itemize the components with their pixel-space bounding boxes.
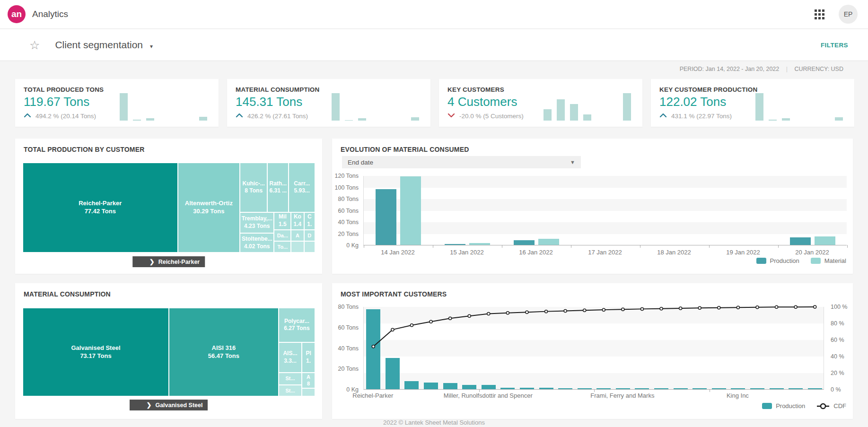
panel-title: MOST IMPORTANT CUSTOMERS [332,283,853,298]
chevron-down-icon: ▾ [150,43,153,50]
treemap-cell[interactable]: Kuhic-...8 Tons [240,163,267,212]
treemap-breadcrumb-tag[interactable]: ❯ Galvanised Steel [130,400,208,410]
treemap-cell[interactable] [302,388,315,396]
evolution-bar[interactable] [376,189,396,245]
kpi-delta-text: 494.2 % (20.14 Tons) [35,113,96,120]
evolution-bar[interactable] [400,176,421,245]
period-value: Jan 14, 2022 - Jan 20, 2022 [706,66,780,72]
copyright-footer: 2022 © Lantek Sheet Metal Solutions [0,419,868,426]
legend-item-material[interactable]: Material [811,257,846,264]
period-currency-bar: PERIOD: Jan 14, 2022 - Jan 20, 2022 | CU… [680,66,843,72]
x-tick-label: 18 Jan 2022 [657,249,691,256]
treemap-cell[interactable]: Tremblay,...4.23 Tons [240,212,274,234]
evolution-bar[interactable] [514,240,535,245]
treemap-cell[interactable]: Galvanised Steel73.17 Tons [23,308,169,396]
treemap-cell[interactable]: A [291,230,304,242]
app-title: Analytics [32,9,68,19]
tag-label: Galvanised Steel [155,402,202,409]
pareto-x-axis: Reichel-ParkerMiller, Runolfsdottir and … [363,392,824,401]
app-logo[interactable]: an [8,5,26,23]
y-tick-label: 80 Tons [338,304,359,310]
kpi-sparkline [332,92,419,121]
treemap-cell[interactable]: Rath...6.31 ... [267,163,289,212]
filters-button[interactable]: FILTERS [821,42,848,49]
treemap-breadcrumb-tag[interactable]: ❯ Reichel-Parker [132,256,205,267]
y2-tick-label: 80 % [831,320,844,327]
treemap-cell[interactable]: AISI 31656.47 Tons [169,308,279,396]
x-tick-label: Miller, Runolfsdottir and Spencer [444,392,533,399]
treemap-cell[interactable]: St... [279,385,302,396]
x-tick-label: 17 Jan 2022 [588,249,622,256]
y2-tick-label: 60 % [831,337,844,343]
y2-tick-label: 100 % [831,304,847,310]
evolution-bar[interactable] [790,237,811,245]
production-swatch-icon [756,258,766,264]
y-tick-label: 120 Tons [334,173,359,179]
pareto-plot-area[interactable] [363,307,824,390]
evolution-bar[interactable] [538,239,559,245]
treemap-cell[interactable]: AIS...3.3... [279,342,302,373]
treemap-cell[interactable]: Polycar...6.27 Tons [279,308,315,342]
apps-grid-icon[interactable] [813,8,826,21]
dashboard-title-bar: ☆ Client segmentation ▾ FILTERS [0,29,868,61]
legend-label: Production [776,402,805,410]
treemap-cell[interactable]: Altenwerth-Ortiz30.29 Tons [178,163,240,253]
axis-tick [502,245,502,248]
treemap-cell[interactable]: Stoltenbe...4.02 Tons [240,233,274,253]
axis-tick [709,245,710,248]
treemap-cell[interactable]: Reichel-Parker77.42 Tons [23,163,178,253]
production-treemap: Reichel-Parker77.42 TonsAltenwerth-Ortiz… [23,163,315,253]
cdf-line [364,307,824,390]
dropdown-value: End date [348,159,373,166]
x-tick-label: King Inc [727,392,749,399]
axis-tick [433,245,433,248]
y-tick-label: 20 Tons [338,366,359,372]
treemap-cell[interactable]: Mil1.5 [274,212,291,230]
trend-up-icon [236,113,243,120]
treemap-cell[interactable]: D [304,230,315,242]
legend-item-production[interactable]: Production [762,402,805,410]
treemap-cell[interactable]: St... [279,373,302,385]
treemap-cell[interactable]: A8 [302,373,315,389]
treemap-cell[interactable]: Da... [274,230,291,242]
evolution-x-axis: 14 Jan 202215 Jan 202216 Jan 202217 Jan … [363,249,847,257]
evolution-bar[interactable] [445,244,465,245]
y2-tick-label: 20 % [831,370,844,376]
treemap-cell[interactable]: Ko1.4 [291,212,304,230]
x-tick-label: 19 Jan 2022 [726,249,760,256]
y2-tick-label: 40 % [831,353,844,360]
panel-title: EVOLUTION OF MATERIAL CONSUMED [332,139,853,153]
chevron-right-icon: ❯ [147,401,152,409]
material-treemap: Galvanised Steel73.17 TonsAISI 31656.47 … [23,308,315,396]
treemap-cell[interactable]: Pl1. [302,342,315,373]
evolution-bar[interactable] [469,243,490,245]
y-tick-label: 100 Tons [334,184,359,191]
treemap-cell[interactable]: C1. [304,212,315,230]
kpi-card-material-consumption: MATERIAL CONSUMPTION 145.31 Tons 426.2 %… [227,79,430,127]
evolution-bar[interactable] [815,236,835,245]
panel-production-by-customer: TOTAL PRODUCTION BY CUSTOMER Reichel-Par… [15,139,322,274]
y2-tick-label: 0 % [831,386,841,393]
currency-label: CURRENCY: [794,66,829,72]
legend-item-production[interactable]: Production [756,257,799,264]
evolution-plot-area[interactable] [363,176,847,245]
y-tick-label: 0 Kg [346,242,359,249]
user-avatar[interactable]: EP [839,5,858,24]
x-tick-label: 14 Jan 2022 [381,249,415,256]
end-date-dropdown[interactable]: End date ▼ [342,156,581,168]
treemap-cell[interactable] [304,241,315,253]
legend-item-cdf[interactable]: CDF [816,402,846,410]
y-tick-label: 20 Tons [338,231,359,237]
production-swatch-icon [762,403,772,409]
period-label: PERIOD: [680,66,704,72]
axis-tick [571,245,571,248]
treemap-cell[interactable]: Carr...5.93... [289,163,315,212]
currency-value: USD [831,66,843,72]
kpi-card-key-customer-production: KEY CUSTOMER PRODUCTION 122.02 Tons 431.… [651,79,854,127]
treemap-cell[interactable]: To... [274,241,291,253]
favorite-star-icon[interactable]: ☆ [29,39,40,51]
kpi-delta-text: 426.2 % (27.61 Tons) [247,113,308,120]
treemap-cell[interactable] [291,241,304,253]
analytics-app: an Analytics EP ☆ Client segmentation ▾ … [0,0,868,427]
dashboard-selector[interactable]: Client segmentation ▾ [55,39,152,51]
